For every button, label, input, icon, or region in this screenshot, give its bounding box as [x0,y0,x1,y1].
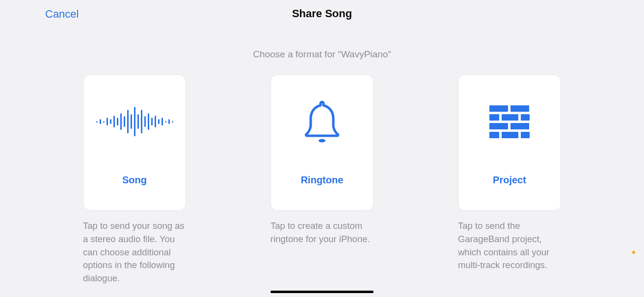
option-ringtone-card[interactable]: Ringtone [270,74,374,211]
bell-icon [271,75,373,168]
side-indicator-dot [632,251,635,254]
cancel-button[interactable]: Cancel [45,8,79,21]
option-song-description: Tap to send your song as a stereo audio … [83,220,186,285]
svg-point-0 [319,139,325,143]
option-project-description: Tap to send the GarageBand project, whic… [458,220,561,272]
header: Cancel Share Song [0,0,644,27]
option-project: Project Tap to send the GarageBand proje… [458,74,561,285]
tracks-icon [458,75,561,168]
option-ringtone: Ringtone Tap to create a custom ringtone… [270,74,374,285]
option-grid: Song Tap to send your song as a stereo a… [0,74,644,285]
subtitle-label: Choose a format for “WavyPiano” [0,49,644,60]
home-indicator [270,291,374,293]
page-title: Share Song [292,7,352,20]
option-ringtone-description: Tap to create a custom ringtone for your… [270,220,374,246]
option-song-card[interactable]: Song [83,74,186,211]
option-project-card[interactable]: Project [458,74,561,211]
option-project-label: Project [493,174,526,186]
option-song-label: Song [122,174,147,186]
waveform-icon [83,75,186,168]
option-ringtone-label: Ringtone [301,174,344,186]
option-song: Song Tap to send your song as a stereo a… [83,74,186,285]
